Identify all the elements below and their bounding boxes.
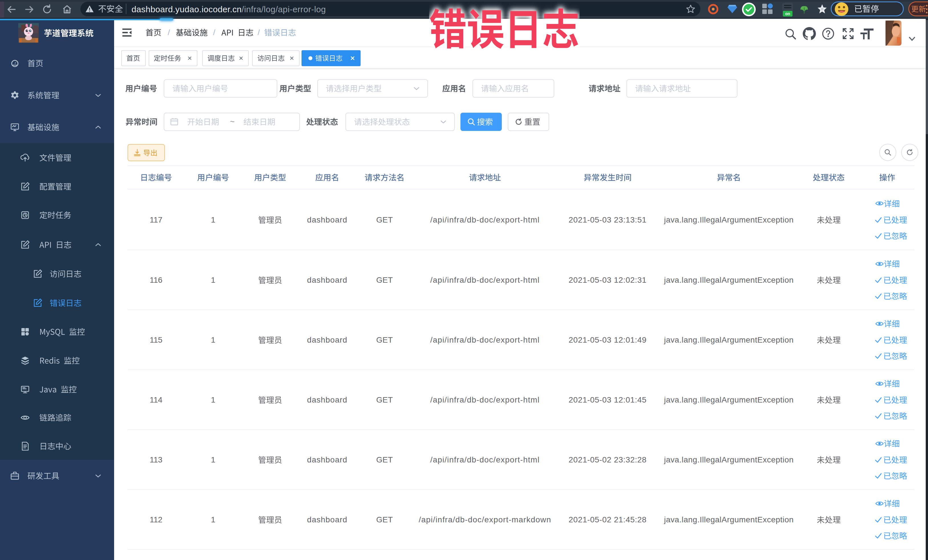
svg-text:on: on: [785, 11, 790, 16]
